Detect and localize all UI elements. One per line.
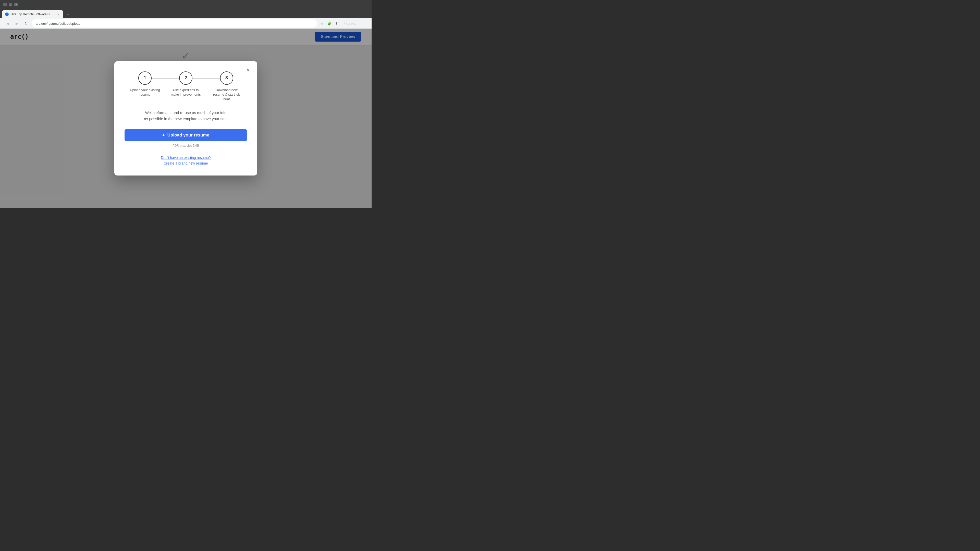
description-line2: as possible in the new template to save … (144, 117, 228, 121)
browser-chrome: — □ ✕ Hire Top Remote Software Dev... ✕ … (0, 0, 372, 29)
no-resume-link[interactable]: Don't have an existing resume? (124, 156, 247, 160)
step-1-number: 1 (144, 75, 146, 81)
page-content: arc() Save and Preview ✓ × 1 Upload your… (0, 29, 372, 208)
modal-description: We'll reformat it and re-use as much of … (124, 110, 247, 122)
step-3-circle: 3 (220, 71, 233, 85)
step-1: 1 Upload your existing resume (124, 71, 165, 97)
extension-icon[interactable]: 🧩 (326, 21, 332, 27)
back-button[interactable]: ◀ (4, 20, 11, 27)
refresh-button[interactable]: ↻ (22, 20, 30, 27)
tab-favicon (5, 13, 9, 16)
stepper: 1 Upload your existing resume 2 Use expe… (124, 71, 247, 102)
create-new-link[interactable]: Create a brand new resume (124, 161, 247, 165)
download-icon[interactable]: ⬇ (334, 21, 340, 27)
incognito-label: Incognito (344, 22, 356, 25)
bookmark-icon[interactable]: ☆ (319, 21, 325, 27)
maximize-button[interactable]: □ (9, 3, 12, 6)
step-3-number: 3 (225, 75, 228, 81)
step-2-label: Use expert tips to make improvements (170, 88, 201, 97)
upload-resume-button[interactable]: + Upload your resume (124, 129, 247, 141)
step-3: 3 Download new resume & start job hunt (206, 71, 247, 102)
step-2: 2 Use expert tips to make improvements (165, 71, 206, 97)
step-3-label: Download new resume & start job hunt (211, 88, 242, 102)
minimize-button[interactable]: — (3, 3, 6, 6)
tab-title: Hire Top Remote Software Dev... (11, 13, 54, 16)
modal-dialog: × 1 Upload your existing resume 2 Use ex… (115, 61, 257, 176)
close-button[interactable]: ✕ (14, 3, 18, 6)
step-2-number: 2 (185, 75, 187, 81)
step-1-circle: 1 (138, 71, 151, 85)
menu-button[interactable]: ⋮ (360, 20, 368, 27)
pdf-hint: PDF, max size 5MB (124, 144, 247, 148)
url-text: arc.dev/resume/builder/upload (36, 22, 313, 25)
step-1-label: Upload your existing resume (130, 88, 160, 97)
modal-links: Don't have an existing resume? Create a … (124, 156, 247, 165)
url-bar[interactable]: arc.dev/resume/builder/upload (32, 19, 317, 27)
modal-overlay: × 1 Upload your existing resume 2 Use ex… (0, 29, 372, 208)
title-bar: — □ ✕ (0, 0, 372, 9)
address-bar: ◀ ▶ ↻ arc.dev/resume/builder/upload ☆ 🧩 … (0, 18, 372, 29)
step-2-circle: 2 (179, 71, 192, 85)
new-tab-button[interactable]: + (64, 11, 72, 18)
address-icons: ☆ 🧩 ⬇ (319, 21, 340, 27)
forward-button[interactable]: ▶ (13, 20, 21, 27)
description-line1: We'll reformat it and re-use as much of … (145, 110, 227, 115)
upload-btn-label: Upload your resume (167, 133, 209, 138)
tab-close-button[interactable]: ✕ (56, 12, 60, 16)
incognito-badge: Incognito (342, 21, 358, 26)
active-tab[interactable]: Hire Top Remote Software Dev... ✕ (2, 10, 63, 18)
window-controls: — □ ✕ (3, 3, 18, 6)
tabs-bar: Hire Top Remote Software Dev... ✕ + (0, 9, 372, 18)
upload-plus-icon: + (162, 133, 165, 138)
